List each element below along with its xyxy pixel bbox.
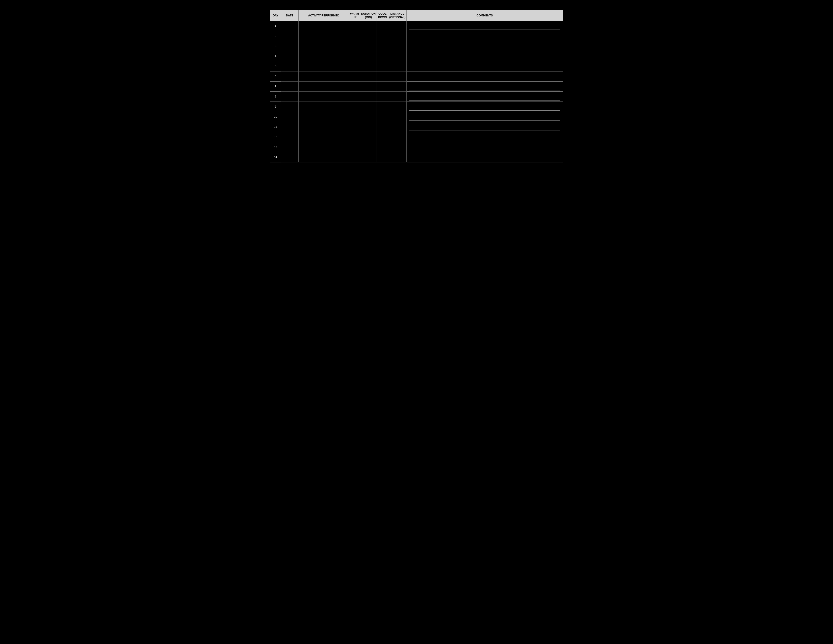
activity-cell[interactable] — [299, 101, 349, 112]
distance-cell[interactable] — [388, 21, 407, 31]
distance-cell[interactable] — [388, 51, 407, 61]
duration-cell[interactable] — [360, 21, 376, 31]
duration-cell[interactable] — [360, 41, 376, 51]
duration-cell[interactable] — [360, 152, 376, 162]
comments-cell[interactable] — [407, 61, 563, 71]
date-cell[interactable] — [281, 122, 299, 132]
cooldown-cell[interactable] — [377, 132, 388, 142]
activity-cell[interactable] — [299, 21, 349, 31]
comments-cell[interactable] — [407, 101, 563, 112]
warmup-cell[interactable] — [349, 21, 360, 31]
comments-cell[interactable] — [407, 21, 563, 31]
day-cell[interactable]: 2 — [270, 31, 281, 41]
date-cell[interactable] — [281, 81, 299, 92]
day-cell[interactable]: 10 — [270, 112, 281, 122]
cooldown-cell[interactable] — [377, 41, 388, 51]
distance-cell[interactable] — [388, 122, 407, 132]
activity-cell[interactable] — [299, 112, 349, 122]
day-cell[interactable]: 3 — [270, 41, 281, 51]
comments-cell[interactable] — [407, 112, 563, 122]
duration-cell[interactable] — [360, 61, 376, 71]
day-cell[interactable]: 11 — [270, 122, 281, 132]
day-cell[interactable]: 6 — [270, 71, 281, 81]
date-cell[interactable] — [281, 61, 299, 71]
date-cell[interactable] — [281, 92, 299, 101]
comments-cell[interactable] — [407, 142, 563, 152]
duration-cell[interactable] — [360, 92, 376, 101]
warmup-cell[interactable] — [349, 152, 360, 162]
distance-cell[interactable] — [388, 31, 407, 41]
activity-cell[interactable] — [299, 142, 349, 152]
distance-cell[interactable] — [388, 81, 407, 92]
cooldown-cell[interactable] — [377, 51, 388, 61]
distance-cell[interactable] — [388, 41, 407, 51]
warmup-cell[interactable] — [349, 112, 360, 122]
activity-cell[interactable] — [299, 152, 349, 162]
cooldown-cell[interactable] — [377, 21, 388, 31]
warmup-cell[interactable] — [349, 81, 360, 92]
comments-cell[interactable] — [407, 122, 563, 132]
date-cell[interactable] — [281, 132, 299, 142]
activity-cell[interactable] — [299, 61, 349, 71]
warmup-cell[interactable] — [349, 41, 360, 51]
date-cell[interactable] — [281, 142, 299, 152]
duration-cell[interactable] — [360, 112, 376, 122]
comments-cell[interactable] — [407, 92, 563, 101]
duration-cell[interactable] — [360, 101, 376, 112]
warmup-cell[interactable] — [349, 122, 360, 132]
activity-cell[interactable] — [299, 122, 349, 132]
comments-cell[interactable] — [407, 81, 563, 92]
date-cell[interactable] — [281, 21, 299, 31]
distance-cell[interactable] — [388, 132, 407, 142]
cooldown-cell[interactable] — [377, 142, 388, 152]
cooldown-cell[interactable] — [377, 122, 388, 132]
warmup-cell[interactable] — [349, 132, 360, 142]
duration-cell[interactable] — [360, 132, 376, 142]
cooldown-cell[interactable] — [377, 152, 388, 162]
distance-cell[interactable] — [388, 142, 407, 152]
comments-cell[interactable] — [407, 152, 563, 162]
activity-cell[interactable] — [299, 71, 349, 81]
activity-cell[interactable] — [299, 132, 349, 142]
cooldown-cell[interactable] — [377, 31, 388, 41]
cooldown-cell[interactable] — [377, 112, 388, 122]
comments-cell[interactable] — [407, 71, 563, 81]
duration-cell[interactable] — [360, 31, 376, 41]
activity-cell[interactable] — [299, 81, 349, 92]
warmup-cell[interactable] — [349, 92, 360, 101]
date-cell[interactable] — [281, 152, 299, 162]
day-cell[interactable]: 7 — [270, 81, 281, 92]
day-cell[interactable]: 9 — [270, 101, 281, 112]
date-cell[interactable] — [281, 51, 299, 61]
warmup-cell[interactable] — [349, 142, 360, 152]
warmup-cell[interactable] — [349, 71, 360, 81]
distance-cell[interactable] — [388, 152, 407, 162]
comments-cell[interactable] — [407, 41, 563, 51]
duration-cell[interactable] — [360, 122, 376, 132]
date-cell[interactable] — [281, 112, 299, 122]
duration-cell[interactable] — [360, 51, 376, 61]
duration-cell[interactable] — [360, 71, 376, 81]
date-cell[interactable] — [281, 71, 299, 81]
activity-cell[interactable] — [299, 92, 349, 101]
activity-cell[interactable] — [299, 31, 349, 41]
comments-cell[interactable] — [407, 31, 563, 41]
activity-cell[interactable] — [299, 51, 349, 61]
cooldown-cell[interactable] — [377, 61, 388, 71]
warmup-cell[interactable] — [349, 31, 360, 41]
distance-cell[interactable] — [388, 101, 407, 112]
warmup-cell[interactable] — [349, 61, 360, 71]
day-cell[interactable]: 5 — [270, 61, 281, 71]
cooldown-cell[interactable] — [377, 71, 388, 81]
duration-cell[interactable] — [360, 81, 376, 92]
cooldown-cell[interactable] — [377, 101, 388, 112]
cooldown-cell[interactable] — [377, 92, 388, 101]
warmup-cell[interactable] — [349, 101, 360, 112]
day-cell[interactable]: 14 — [270, 152, 281, 162]
cooldown-cell[interactable] — [377, 81, 388, 92]
day-cell[interactable]: 12 — [270, 132, 281, 142]
distance-cell[interactable] — [388, 71, 407, 81]
duration-cell[interactable] — [360, 142, 376, 152]
distance-cell[interactable] — [388, 92, 407, 101]
day-cell[interactable]: 4 — [270, 51, 281, 61]
